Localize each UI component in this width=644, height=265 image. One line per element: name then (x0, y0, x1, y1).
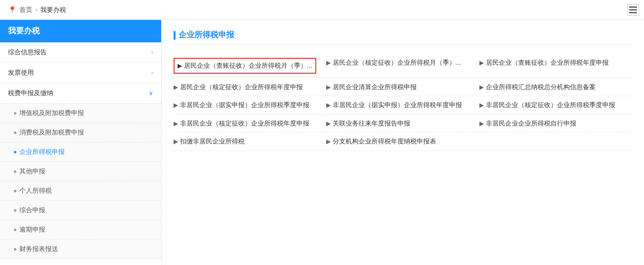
link-cell-11[interactable]: ▶ 关联业务往来年度报告申报 (326, 115, 479, 133)
link-14[interactable]: ▶ 分支机构企业所得税年度纳税申报表 (326, 136, 436, 146)
link-6[interactable]: ▶ 企业所得税汇总纳税总分机构信息备案 (479, 82, 596, 92)
sidebar-item-comprehensive[interactable]: 综合信息报告 › (0, 42, 161, 63)
link-2[interactable]: ▶ 居民企业（核定征收）企业所得税月（季）... (326, 58, 461, 68)
link-11[interactable]: ▶ 关联业务往来年度报告申报 (326, 119, 410, 129)
sidebar-submenu-other[interactable]: 其他申报 (0, 162, 161, 181)
arrow-icon: ▶ (326, 119, 331, 128)
link-7[interactable]: ▶ 非居民企业（据实申报）企业所得税季度申报 (174, 100, 309, 110)
sidebar-item-tax-report[interactable]: 税费申报及缴纳 ∨ (0, 83, 161, 104)
chevron-right-icon: › (151, 49, 153, 56)
link-cell-1[interactable]: ▶ 居民企业（查账征收）企业所得税月（季）... (174, 54, 326, 78)
section-title-text: 企业所得税申报 (179, 30, 234, 40)
chevron-right-icon: › (151, 69, 153, 76)
link-cell-2[interactable]: ▶ 居民企业（核定征收）企业所得税月（季）... (326, 54, 479, 78)
link-cell-3[interactable]: ▶ 居民企业（查账征收）企业所得税年度申报 (479, 54, 632, 78)
sidebar-item-invoice[interactable]: 发票使用 › (0, 63, 161, 83)
links-grid: ▶ 居民企业（查账征收）企业所得税月（季）... ▶ 居民企业（核定征收）企业所… (174, 54, 632, 151)
link-12[interactable]: ▶ 非居民企业企业所得税自行申报 (479, 119, 576, 129)
link-cell-4[interactable]: ▶ 居民企业（核定征收）企业所得税年度申报 (174, 78, 326, 97)
sidebar: 我要办税 综合信息报告 › 发票使用 › 税费申报及缴纳 ∨ 增值税及附加税费申… (0, 20, 162, 265)
home-link[interactable]: 首页 (19, 5, 32, 14)
sidebar-item-comprehensive-label: 综合信息报告 (8, 48, 47, 57)
link-9[interactable]: ▶ 非居民企业（核定征收）企业所得税季度申报 (479, 100, 615, 110)
sidebar-submenu-comprehensive[interactable]: 综合申报 (0, 201, 161, 220)
link-cell-10[interactable]: ▶ 非居民企业（核定征收）企业所得税年度申报 (174, 115, 326, 133)
arrow-icon: ▶ (174, 119, 178, 128)
link-13[interactable]: ▶ 扣缴非居民企业所得税 (174, 136, 245, 146)
arrow-icon: ▶ (479, 83, 484, 92)
sidebar-submenu-enterprise-income[interactable]: 企业所得税申报 (0, 142, 161, 162)
section-title: 企业所得税申报 (174, 30, 632, 45)
arrow-icon: ▶ (479, 119, 484, 128)
chevron-down-icon: ∨ (149, 90, 153, 97)
link-cell-6[interactable]: ▶ 企业所得税汇总纳税总分机构信息备案 (479, 78, 632, 97)
svg-rect-1 (629, 9, 637, 11)
arrow-icon: ▶ (178, 61, 182, 70)
svg-rect-0 (629, 6, 637, 8)
arrow-icon: ▶ (479, 58, 484, 67)
link-cell-14[interactable]: ▶ 分支机构企业所得税年度纳税申报表 (326, 132, 479, 151)
sidebar-submenu-vat[interactable]: 增值税及附加税费申报 (0, 104, 161, 123)
sidebar-header: 我要办税 (0, 20, 161, 42)
arrow-icon: ▶ (326, 137, 331, 146)
sidebar-item-tax-report-label: 税费申报及缴纳 (8, 89, 53, 98)
sidebar-submenu-overdue[interactable]: 逾期申报 (0, 220, 161, 240)
link-4[interactable]: ▶ 居民企业（核定征收）企业所得税年度申报 (174, 82, 303, 92)
arrow-icon: ▶ (326, 101, 331, 110)
link-cell-5[interactable]: ▶ 居民企业清算企业所得税申报 (326, 78, 479, 97)
content-area: 企业所得税申报 ▶ 居民企业（查账征收）企业所得税月（季）... ▶ 居民企业（… (162, 20, 644, 265)
link-5[interactable]: ▶ 居民企业清算企业所得税申报 (326, 82, 417, 92)
title-bar (174, 31, 176, 40)
bullet-icon (14, 132, 16, 134)
bullet-icon (14, 112, 16, 115)
arrow-icon: ▶ (479, 101, 484, 110)
top-nav: 📍 首页 › 我要办税 (0, 0, 644, 20)
main-layout: 我要办税 综合信息报告 › 发票使用 › 税费申报及缴纳 ∨ 增值税及附加税费申… (0, 20, 644, 265)
link-cell-12[interactable]: ▶ 非居民企业企业所得税自行申报 (479, 115, 632, 133)
menu-icon (629, 6, 637, 13)
bullet-icon (14, 190, 16, 192)
bullet-icon (14, 151, 16, 153)
link-8[interactable]: ▶ 非居民企业（据实申报）企业所得税年度申报 (326, 100, 462, 110)
link-3[interactable]: ▶ 居民企业（查账征收）企业所得税年度申报 (479, 58, 609, 68)
arrow-icon: ▶ (326, 83, 331, 92)
arrow-icon: ▶ (174, 137, 178, 146)
bullet-icon (14, 209, 16, 212)
arrow-icon: ▶ (326, 58, 331, 67)
breadcrumb: 📍 首页 › 我要办税 (8, 5, 66, 14)
link-10[interactable]: ▶ 非居民企业（核定征收）企业所得税年度申报 (174, 119, 309, 129)
breadcrumb-current: 我要办税 (40, 5, 66, 14)
link-1[interactable]: 居民企业（查账征收）企业所得税月（季）... (184, 61, 312, 71)
link-cell-15 (479, 132, 632, 151)
link-cell-8[interactable]: ▶ 非居民企业（据实申报）企业所得税年度申报 (326, 96, 479, 115)
sidebar-submenu-consumption[interactable]: 消费税及附加税费申报 (0, 123, 161, 142)
svg-rect-2 (629, 12, 637, 13)
sidebar-submenu-financial[interactable]: 财务报表报送 (0, 240, 161, 259)
arrow-icon: ▶ (174, 83, 178, 92)
sidebar-item-invoice-label: 发票使用 (8, 68, 34, 77)
arrow-icon: ▶ (174, 101, 178, 110)
bullet-icon (14, 229, 16, 231)
breadcrumb-separator: › (35, 6, 37, 13)
bullet-icon (14, 170, 16, 173)
sidebar-submenu-tax: 增值税及附加税费申报 消费税及附加税费申报 企业所得税申报 其他申报 个人所得税… (0, 104, 161, 259)
link-cell-9[interactable]: ▶ 非居民企业（核定征收）企业所得税季度申报 (479, 96, 632, 115)
location-icon: 📍 (8, 6, 16, 14)
nav-toggle-button[interactable] (627, 4, 639, 16)
link-cell-13[interactable]: ▶ 扣缴非居民企业所得税 (174, 132, 326, 151)
link-cell-7[interactable]: ▶ 非居民企业（据实申报）企业所得税季度申报 (174, 96, 326, 115)
sidebar-submenu-personal-income[interactable]: 个人所得税 (0, 181, 161, 201)
bullet-icon (14, 248, 16, 251)
